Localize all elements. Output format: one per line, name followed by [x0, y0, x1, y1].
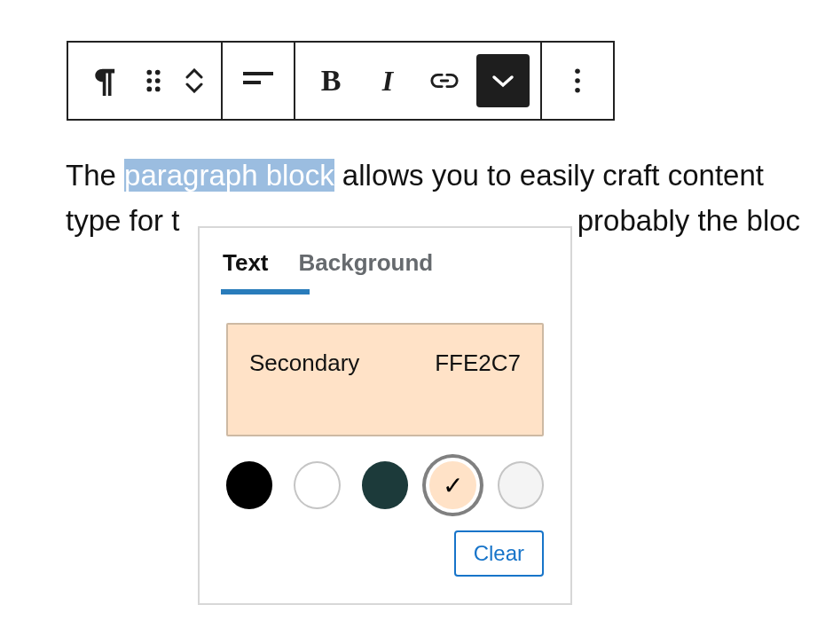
clear-row: Clear: [200, 509, 570, 577]
svg-point-8: [575, 69, 580, 75]
chevron-down-icon: [491, 74, 515, 88]
move-up-button[interactable]: [185, 68, 203, 79]
toolbar-group-inline: B I: [295, 43, 542, 119]
align-left-icon: [243, 70, 273, 91]
svg-point-2: [146, 78, 152, 83]
align-button[interactable]: [230, 52, 287, 109]
paragraph-text-line2b: probably the bloc: [578, 204, 800, 237]
selected-color-name: Secondary: [249, 349, 359, 377]
svg-point-5: [155, 87, 161, 92]
svg-point-10: [575, 88, 580, 93]
svg-point-4: [146, 87, 152, 92]
link-button[interactable]: [416, 52, 473, 109]
svg-point-1: [155, 70, 161, 75]
color-swatch-row: ✓: [200, 436, 570, 509]
options-button[interactable]: [549, 52, 606, 109]
link-icon: [429, 72, 460, 90]
paragraph-text-after1: allows you to easily craft content: [334, 159, 764, 192]
move-down-button[interactable]: [185, 82, 203, 93]
color-swatch-white[interactable]: [294, 461, 340, 509]
selected-color-hex: FFE2C7: [435, 349, 521, 377]
italic-button[interactable]: I: [359, 52, 416, 109]
svg-point-3: [155, 78, 161, 83]
paragraph-text-line2a: type for t: [66, 204, 179, 237]
tab-text[interactable]: Text: [223, 249, 269, 293]
tab-background[interactable]: Background: [299, 249, 434, 293]
italic-icon: I: [382, 65, 393, 98]
drag-handle-button[interactable]: [132, 52, 175, 109]
color-swatch-secondary[interactable]: ✓: [429, 461, 475, 509]
selected-color-chip[interactable]: Secondary FFE2C7: [226, 323, 544, 436]
paragraph-icon: [90, 66, 117, 96]
bold-button[interactable]: B: [302, 52, 359, 109]
toolbar-group-block: [68, 43, 223, 119]
svg-point-9: [575, 78, 580, 83]
color-swatch-dark-teal[interactable]: [362, 461, 408, 509]
block-toolbar: B I: [67, 41, 615, 121]
drag-handle-icon: [144, 69, 163, 92]
check-icon: ✓: [443, 471, 463, 500]
more-rich-text-button[interactable]: [476, 54, 530, 107]
paragraph-text-selection: paragraph block: [124, 159, 334, 192]
color-tabs: Text Background: [200, 228, 570, 293]
svg-rect-6: [243, 72, 273, 75]
more-vertical-icon: [573, 67, 582, 94]
bold-icon: B: [321, 64, 342, 98]
color-swatch-black[interactable]: [226, 461, 272, 509]
toolbar-group-align: [223, 43, 295, 119]
clear-button[interactable]: Clear: [454, 530, 544, 577]
block-type-button[interactable]: [75, 52, 132, 109]
svg-rect-7: [243, 81, 261, 84]
paragraph-text-before: The: [66, 159, 124, 192]
color-swatch-light-gray[interactable]: [498, 461, 544, 509]
toolbar-group-options: [542, 43, 613, 119]
highlight-color-popover: Text Background Secondary FFE2C7 ✓ Clear: [198, 226, 572, 605]
move-buttons: [175, 52, 214, 109]
svg-point-0: [146, 70, 152, 75]
